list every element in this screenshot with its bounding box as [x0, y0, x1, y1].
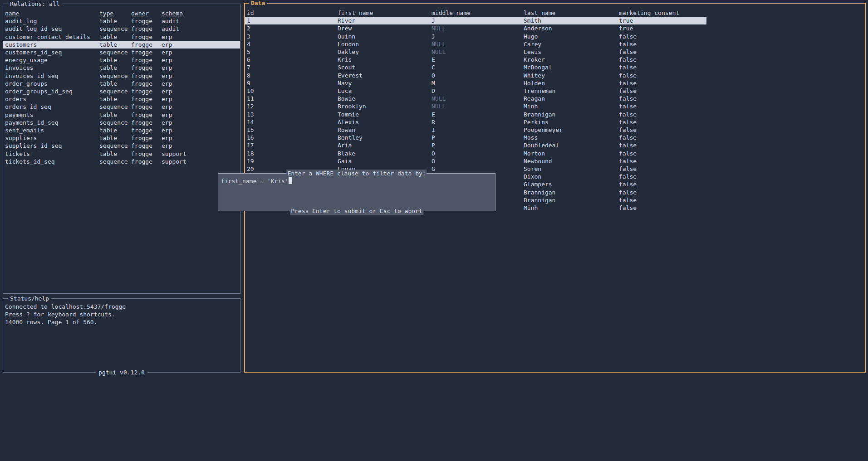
data-row-cell-middle_name: C: [432, 63, 524, 71]
data-row-cell-last_name: Anderson: [524, 24, 619, 32]
relation-row[interactable]: invoicestablefroggeerp: [3, 64, 240, 72]
status-panel-title: Status/help: [8, 295, 51, 302]
data-row[interactable]: 14AlexisRPerkinsfalse: [245, 118, 706, 126]
data-row[interactable]: 5OakleyNULLLewisfalse: [245, 48, 706, 56]
data-row-cell-marketing_consent: false: [619, 204, 706, 212]
relation-row-cell-type: table: [99, 150, 131, 158]
data-row-cell-last_name: Minh: [524, 204, 619, 212]
relation-row-cell-owner: frogge: [131, 80, 162, 87]
relation-row[interactable]: orderstablefroggeerp: [3, 95, 240, 103]
relation-row[interactable]: audit_logtablefroggeaudit: [3, 17, 240, 25]
relation-row[interactable]: paymentstablefroggeerp: [3, 111, 240, 119]
data-row-cell-id: 6: [247, 56, 338, 63]
relation-row[interactable]: ticketstablefroggesupport: [3, 150, 240, 158]
relation-row-cell-owner: frogge: [131, 87, 162, 95]
data-row[interactable]: 8EverestOWhiteyfalse: [245, 72, 706, 79]
data-row[interactable]: 7ScoutCMcDoogalfalse: [245, 63, 706, 71]
relation-row-cell-name: orders_id_seq: [5, 103, 99, 111]
relation-row-cell-schema: erp: [162, 49, 238, 56]
data-row-cell-first_name: Rowan: [338, 126, 432, 134]
relation-row-cell-name: customers_id_seq: [5, 49, 99, 56]
relation-row[interactable]: customerstablefroggeerp: [3, 41, 240, 49]
relation-row-cell-type: table: [99, 33, 131, 41]
relation-row[interactable]: payments_id_seqsequencefroggeerp: [3, 119, 240, 126]
relation-row[interactable]: customer_contact_detailstablefroggeerp: [3, 33, 240, 41]
data-row-cell-first_name: London: [338, 40, 432, 48]
data-row-cell-middle_name: I: [432, 126, 524, 134]
data-row-cell-id: 10: [247, 87, 338, 95]
data-row[interactable]: 6KrisEKrokerfalse: [245, 56, 706, 63]
relation-row-cell-owner: frogge: [131, 134, 162, 142]
data-row[interactable]: 18BlakeOMortonfalse: [245, 150, 706, 157]
data-header: idfirst_namemiddle_namelast_namemarketin…: [245, 9, 706, 17]
data-row-cell-last_name: Brannigan: [524, 111, 619, 118]
data-row-cell-first_name: Brooklyn: [338, 102, 432, 110]
data-row-cell-id: 15: [247, 126, 338, 134]
data-row-cell-middle_name: J: [432, 17, 524, 24]
relations-header-owner: owner: [131, 10, 162, 17]
data-row-cell-marketing_consent: false: [619, 87, 706, 95]
data-row-cell-marketing_consent: false: [619, 126, 706, 134]
data-row-cell-first_name: Drew: [338, 24, 432, 32]
data-row[interactable]: 3QuinnJHugofalse: [245, 33, 706, 40]
relation-row-cell-type: sequence: [99, 25, 131, 33]
relation-row-cell-type: sequence: [99, 158, 131, 165]
data-row-cell-first_name: Bentley: [338, 134, 432, 141]
relation-row-cell-owner: frogge: [131, 95, 162, 103]
data-row[interactable]: 4LondonNULLCareyfalse: [245, 40, 706, 48]
data-row-cell-first_name: Quinn: [338, 33, 432, 40]
data-row[interactable]: 12BrooklynNULLMinhfalse: [245, 102, 706, 110]
relations-header-name: name: [5, 10, 99, 17]
relation-row-cell-schema: erp: [162, 142, 238, 150]
data-row-cell-first_name: Luca: [338, 87, 432, 95]
relation-row-cell-schema: support: [162, 150, 238, 158]
relation-row[interactable]: energy_usagetablefroggeerp: [3, 56, 240, 64]
relation-row-cell-schema: erp: [162, 111, 238, 119]
relation-row-cell-name: audit_log_id_seq: [5, 25, 99, 33]
relation-row-cell-schema: audit: [162, 17, 238, 25]
data-row-cell-last_name: McDoogal: [524, 63, 619, 71]
data-row-cell-marketing_consent: false: [619, 141, 706, 149]
relation-row[interactable]: tickets_id_seqsequencefroggesupport: [3, 158, 240, 165]
data-header-middle_name: middle_name: [432, 9, 524, 17]
data-row[interactable]: 1RiverJSmithtrue: [245, 17, 706, 24]
data-row-cell-marketing_consent: false: [619, 118, 706, 126]
relation-row[interactable]: sent_emailstablefroggeerp: [3, 126, 240, 134]
relation-row-cell-type: sequence: [99, 103, 131, 111]
data-row[interactable]: 16BentleyPMossfalse: [245, 134, 706, 141]
relation-row[interactable]: order_groups_id_seqsequencefroggeerp: [3, 87, 240, 95]
relation-row-cell-type: table: [99, 134, 131, 142]
relation-row-cell-name: order_groups_id_seq: [5, 87, 99, 95]
relation-row-cell-name: invoices_id_seq: [5, 72, 99, 80]
relation-row[interactable]: supplierstablefroggeerp: [3, 134, 240, 142]
relation-row-cell-type: table: [99, 41, 131, 49]
data-row[interactable]: 15RowanIPoopenmeyerfalse: [245, 126, 706, 134]
data-row-cell-marketing_consent: false: [619, 72, 706, 79]
data-row[interactable]: 17AriaPDoubledealfalse: [245, 141, 706, 149]
relation-row[interactable]: order_groupstablefroggeerp: [3, 80, 240, 87]
data-row[interactable]: 10LucaDTrennemanfalse: [245, 87, 706, 95]
relation-row[interactable]: customers_id_seqsequencefroggeerp: [3, 49, 240, 56]
relation-row[interactable]: orders_id_seqsequencefroggeerp: [3, 103, 240, 111]
data-row-cell-last_name: Morton: [524, 150, 619, 157]
data-row-cell-marketing_consent: false: [619, 79, 706, 87]
data-row-cell-last_name: Soren: [524, 165, 619, 173]
relation-row-cell-schema: audit: [162, 25, 238, 33]
data-row-cell-last_name: Brannigan: [524, 189, 619, 196]
data-row[interactable]: 13TommieEBranniganfalse: [245, 111, 706, 118]
relation-row-cell-schema: erp: [162, 119, 238, 126]
relation-row[interactable]: invoices_id_seqsequencefroggeerp: [3, 72, 240, 80]
data-row-cell-id: 7: [247, 63, 338, 71]
relation-row[interactable]: audit_log_id_seqsequencefroggeaudit: [3, 25, 240, 33]
data-row[interactable]: 9NavyMHoldenfalse: [245, 79, 706, 87]
data-row[interactable]: 11BowieNULLReaganfalse: [245, 95, 706, 102]
data-row-cell-first_name: Gaia: [338, 157, 432, 165]
data-row[interactable]: 19GaiaONewboundfalse: [245, 157, 706, 165]
relation-row[interactable]: suppliers_id_seqsequencefroggeerp: [3, 142, 240, 150]
data-row-cell-marketing_consent: false: [619, 157, 706, 165]
status-panel: Status/help Connected to localhost:5437/…: [3, 298, 240, 373]
data-row-cell-last_name: Smith: [524, 17, 619, 24]
data-row[interactable]: 2DrewNULLAndersontrue: [245, 24, 706, 32]
relation-row-cell-type: sequence: [99, 119, 131, 126]
data-header-marketing_consent: marketing_consent: [619, 9, 706, 17]
